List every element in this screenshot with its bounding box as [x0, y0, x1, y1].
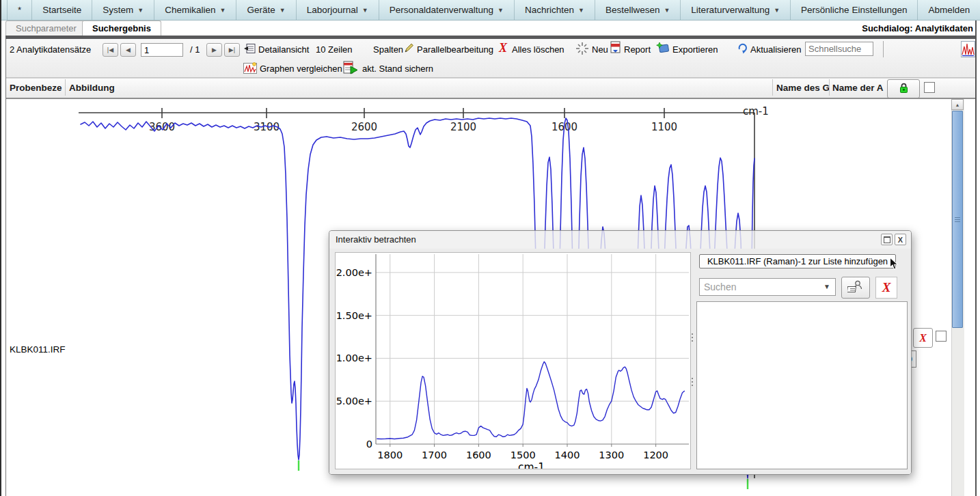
svg-text:1100: 1100 — [651, 121, 677, 133]
menu-item-label: Persönliche Einstellungen — [801, 5, 907, 15]
chevron-down-icon: ▼ — [774, 7, 780, 14]
menu-item-laborjournal[interactable]: Laborjournal▼ — [297, 0, 379, 20]
save-state-button[interactable]: akt. Stand sichern — [362, 64, 433, 74]
menu-item-personaldatenverwaltung[interactable]: Personaldatenverwaltung▼ — [379, 0, 515, 20]
svg-text:2.00e+: 2.00e+ — [336, 267, 372, 278]
chevron-down-icon: ▼ — [220, 7, 226, 14]
tab-suchparameter[interactable]: Suchparameter — [5, 20, 87, 36]
scrollbar-up-button[interactable]: ▲ — [951, 99, 964, 110]
dialog-chart-panel[interactable]: 18001700160015001400130012002.00e+1.50e+… — [335, 252, 691, 469]
column-header-sample[interactable]: Probenbeze — [10, 83, 62, 93]
refresh-button[interactable]: Aktualisieren — [750, 44, 801, 55]
chevron-down-icon: ▼ — [578, 7, 584, 14]
row-delete-button[interactable]: X — [913, 328, 933, 348]
column-separator — [65, 79, 66, 96]
chevron-down-icon: ▼ — [824, 283, 830, 290]
header-bottom-border — [6, 98, 975, 99]
page-first-button[interactable]: |◀ — [103, 43, 118, 57]
splitter-grip[interactable] — [692, 385, 693, 386]
svg-text:1700: 1700 — [422, 450, 447, 460]
add-to-list-button[interactable]: KLBK011.IRF (Raman)-1 zur Liste hinzufüg… — [699, 254, 896, 268]
chevron-down-icon: ▼ — [280, 7, 286, 14]
dialog-maximize-button[interactable] — [881, 234, 893, 245]
clear-list-button[interactable]: X — [875, 277, 897, 299]
search-combobox[interactable]: Suchen ▼ — [699, 278, 836, 296]
toolbar-separator — [883, 41, 884, 57]
menu-item-startseite[interactable]: Startseite — [32, 0, 92, 20]
assign-person-button[interactable] — [841, 277, 870, 299]
page-number-input[interactable] — [141, 43, 183, 57]
menu-item-label: Bestellwesen — [605, 5, 660, 15]
splitter-grip[interactable] — [692, 337, 693, 338]
dialog-body: 18001700160015001400130012002.00e+1.50e+… — [329, 249, 911, 474]
menu-item-geraete[interactable]: Geräte▼ — [236, 0, 296, 20]
window-border-left — [0, 0, 1, 496]
menubar: *StartseiteSystem▼Chemikalien▼Geräte▼Lab… — [0, 0, 980, 20]
menu-item-label: * — [18, 5, 21, 15]
column-header-image[interactable]: Abbildung — [69, 83, 115, 93]
dialog-titlebar[interactable]: Interaktiv betrachten — [329, 231, 911, 249]
detail-view-button[interactable]: Detailansicht — [258, 44, 309, 55]
splitter-grip[interactable] — [692, 333, 693, 335]
menu-item-label: Chemikalien — [165, 5, 215, 15]
tab-suchergebnis[interactable]: Suchergebnis — [82, 20, 161, 36]
svg-text:1600: 1600 — [466, 450, 491, 460]
chevron-down-icon: ▼ — [362, 7, 368, 14]
menu-item-label: Geräte — [247, 5, 275, 15]
spectra-list[interactable] — [696, 301, 908, 469]
table-header — [6, 78, 975, 98]
page-next-button[interactable]: ▶ — [206, 43, 222, 57]
menu-item-persoenliche-einstellungen[interactable]: Persönliche Einstellungen — [791, 0, 918, 20]
menu-item-home[interactable]: * — [7, 0, 32, 20]
menu-item-label: Personaldatenverwaltung — [390, 5, 493, 15]
menu-item-nachrichten[interactable]: Nachrichten▼ — [515, 0, 595, 20]
menu-item-chemikalien[interactable]: Chemikalien▼ — [154, 0, 236, 20]
svg-text:1.00e+: 1.00e+ — [336, 353, 372, 363]
report-button[interactable]: Report — [624, 44, 651, 55]
compare-graphs-button[interactable]: Graphen vergleichen — [260, 64, 342, 74]
menu-item-label: Literaturverwaltung — [691, 5, 770, 15]
splitter-grip[interactable] — [692, 378, 693, 379]
columns-button[interactable]: Spalten — [373, 44, 403, 55]
menu-item-label: Abmelden — [928, 5, 970, 15]
column-header-analysis[interactable]: Name der A — [832, 83, 884, 93]
menu-item-label: Nachrichten — [525, 5, 574, 15]
menu-item-abmelden[interactable]: Abmelden — [918, 0, 980, 20]
menu-item-bestellwesen[interactable]: Bestellwesen▼ — [595, 0, 681, 20]
menu-item-literaturverwaltung[interactable]: Literaturverwaltung▼ — [681, 0, 791, 20]
export-button[interactable]: Exportieren — [672, 44, 718, 55]
page-last-button[interactable]: ▶| — [224, 43, 240, 57]
page-prev-button[interactable]: ◀ — [120, 43, 136, 57]
svg-text:cm-1: cm-1 — [743, 105, 769, 118]
lock-button[interactable] — [887, 79, 920, 98]
delete-all-button[interactable]: Alles löschen — [512, 44, 564, 55]
new-button[interactable]: Neu — [592, 44, 608, 55]
column-header-device[interactable]: Name des G — [776, 83, 830, 93]
report-pdf-icon — [610, 41, 621, 57]
splitter-grip[interactable] — [692, 340, 693, 342]
spectrum-icon-button[interactable] — [961, 41, 975, 60]
dialog-close-button[interactable]: X — [895, 234, 906, 245]
splitter-grip[interactable] — [692, 381, 693, 383]
rows-button[interactable]: 10 Zeilen — [316, 44, 352, 55]
select-all-checkbox[interactable] — [924, 82, 935, 93]
chevron-down-icon: ▼ — [664, 7, 670, 14]
svg-text:cm-1: cm-1 — [518, 461, 545, 469]
menu-item-system[interactable]: System▼ — [92, 0, 154, 20]
row-checkbox[interactable] — [936, 331, 947, 342]
window-border-inner-left — [5, 39, 6, 496]
compare-graphs-icon — [243, 61, 257, 77]
column-separator — [829, 79, 830, 96]
vertical-scrollbar-thumb[interactable] — [952, 111, 963, 328]
parallel-edit-button[interactable]: Parallelbearbeitung — [417, 44, 493, 55]
svg-text:0: 0 — [366, 439, 372, 450]
scrollbar-grip — [955, 217, 960, 218]
maximize-icon — [884, 236, 890, 243]
quicksearch-input[interactable] — [805, 42, 873, 56]
column-separator — [772, 79, 773, 96]
svg-text:1600: 1600 — [552, 121, 577, 133]
svg-text:2600: 2600 — [351, 121, 377, 133]
raman-chart[interactable]: 18001700160015001400130012002.00e+1.50e+… — [336, 253, 690, 469]
detail-view-icon — [244, 43, 256, 57]
menu-item-label: System — [103, 5, 133, 15]
